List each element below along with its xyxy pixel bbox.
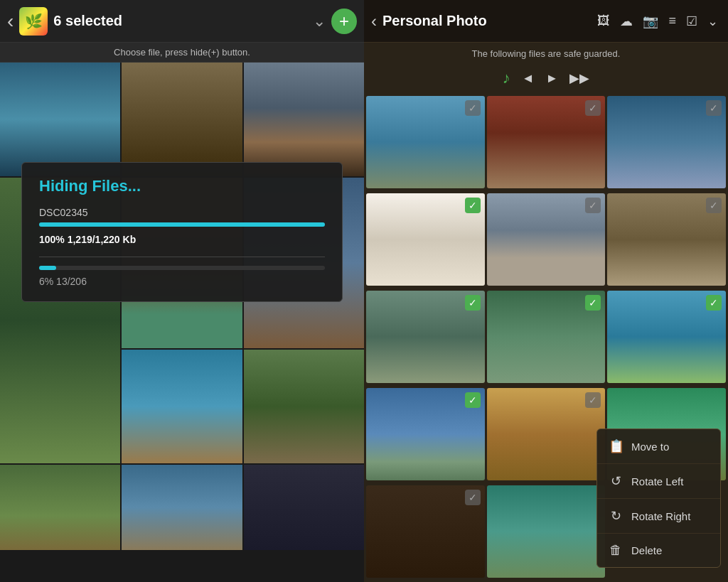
check-badge: ✓ <box>585 392 601 408</box>
photo-thumbnail[interactable]: ✓ <box>366 193 485 286</box>
photo-cell[interactable] <box>244 63 364 176</box>
back-arrow-right[interactable]: ‹ <box>371 11 377 31</box>
photo-thumbnail[interactable]: ✓ <box>607 193 726 286</box>
delete-label: Delete <box>631 544 662 556</box>
check-badge: ✓ <box>465 392 481 408</box>
photo-thumbnail[interactable]: ✓ <box>366 485 485 578</box>
right-photo-grid: ✓ ✓ ✓ ✓ ✓ ✓ ✓ ✓ ✓ ✓ ✓ <box>364 95 728 582</box>
photo-cell[interactable] <box>0 465 120 550</box>
instruction-text: Choose file, press hide(+) button. <box>0 43 364 63</box>
move-to-label: Move to <box>631 441 669 453</box>
camera-icon[interactable]: 📷 <box>640 11 661 32</box>
check-badge: ✓ <box>706 100 722 116</box>
photo-cell[interactable] <box>0 63 120 176</box>
photo-cell[interactable] <box>122 63 242 176</box>
check-badge: ✓ <box>706 295 722 311</box>
left-header: ‹ 🌿 6 selected ⌄ + <box>0 0 364 43</box>
rotate-left-label: Rotate Left <box>631 475 683 487</box>
fast-forward-button[interactable]: ▶▶ <box>569 70 589 86</box>
music-note-icon: ♪ <box>503 69 510 87</box>
photo-thumbnail[interactable]: ✓ <box>487 193 606 286</box>
check-badge: ✓ <box>465 490 481 505</box>
photo-thumbnail[interactable]: ✓ <box>607 291 726 383</box>
photo-cell[interactable] <box>244 465 364 550</box>
context-menu-delete[interactable]: 🗑 Delete <box>597 534 720 567</box>
photo-cell[interactable] <box>122 350 242 463</box>
app-icon: 🌿 <box>19 7 48 36</box>
select-all-icon[interactable]: ☑ <box>683 11 700 32</box>
header-icons: 🖼 ☁ 📷 ≡ ☑ ⌄ <box>594 11 721 32</box>
left-panel: ‹ 🌿 6 selected ⌄ + Choose file, press hi… <box>0 0 364 582</box>
check-badge: ✓ <box>465 295 481 311</box>
context-menu-move-to[interactable]: 📋 Move to <box>597 429 720 464</box>
rotate-right-label: Rotate Right <box>631 510 690 522</box>
hiding-title: Hiding Files... <box>39 177 325 195</box>
context-menu-rotate-right[interactable]: ↻ Rotate Right <box>597 499 720 534</box>
right-header: ‹ Personal Photo 🖼 ☁ 📷 ≡ ☑ ⌄ <box>364 0 728 43</box>
check-badge: ✓ <box>585 198 601 213</box>
context-menu: 📋 Move to ↺ Rotate Left ↻ Rotate Right 🗑… <box>596 429 721 568</box>
progress-text-1: 100% 1,219/1,220 Kb <box>39 234 325 245</box>
check-badge: ✓ <box>706 198 722 213</box>
check-badge: ✓ <box>465 100 481 116</box>
context-menu-rotate-left[interactable]: ↺ Rotate Left <box>597 464 720 499</box>
photo-thumbnail[interactable]: ✓ <box>487 291 606 383</box>
photo-thumbnail[interactable]: ✓ <box>607 96 726 188</box>
move-to-icon: 📋 <box>609 438 623 454</box>
add-hide-button[interactable]: + <box>331 9 357 34</box>
progress-fill-2 <box>39 266 56 270</box>
photo-thumbnail[interactable]: ✓ <box>366 388 485 480</box>
photo-cell[interactable] <box>244 350 364 463</box>
check-badge: ✓ <box>585 100 601 116</box>
safe-guard-message: The following files are safe guarded. <box>364 43 728 65</box>
right-panel-title: Personal Photo <box>382 13 589 29</box>
rotate-left-icon: ↺ <box>609 473 623 489</box>
photo-thumbnail[interactable]: ✓ <box>487 388 606 480</box>
gallery-icon[interactable]: 🖼 <box>594 11 613 31</box>
photo-cell[interactable] <box>122 465 242 550</box>
check-badge: ✓ <box>585 295 601 311</box>
delete-icon: 🗑 <box>609 543 623 558</box>
filter-icon[interactable]: ≡ <box>665 11 679 31</box>
progress-bar-1 <box>39 222 325 227</box>
rewind-button[interactable]: ◄ <box>522 71 535 86</box>
photo-thumbnail[interactable]: ✓ <box>487 96 606 188</box>
progress-text-2: 6% 13/206 <box>39 276 325 287</box>
divider <box>39 257 325 257</box>
file-name: DSC02345 <box>39 207 325 218</box>
back-arrow-left[interactable]: ‹ <box>7 10 14 33</box>
rotate-right-icon: ↻ <box>609 508 623 524</box>
right-panel: ‹ Personal Photo 🖼 ☁ 📷 ≡ ☑ ⌄ The followi… <box>364 0 728 582</box>
left-photo-grid: Hiding Files... DSC02345 100% 1,219/1,22… <box>0 63 364 582</box>
photo-thumbnail[interactable] <box>487 485 606 578</box>
hiding-files-dialog: Hiding Files... DSC02345 100% 1,219/1,22… <box>21 162 343 302</box>
photo-thumbnail[interactable]: ✓ <box>366 291 485 383</box>
more-icon[interactable]: ⌄ <box>705 11 721 32</box>
media-controls: ♪ ◄ ► ▶▶ <box>364 65 728 95</box>
play-button[interactable]: ► <box>546 71 559 86</box>
photo-thumbnail[interactable]: ✓ <box>366 96 485 188</box>
check-badge: ✓ <box>465 198 481 213</box>
chevron-down-icon[interactable]: ⌄ <box>313 12 326 31</box>
progress-fill-1 <box>39 222 325 227</box>
cloud-icon[interactable]: ☁ <box>617 11 636 32</box>
progress-bar-2 <box>39 266 325 270</box>
selected-count: 6 selected <box>53 13 307 29</box>
